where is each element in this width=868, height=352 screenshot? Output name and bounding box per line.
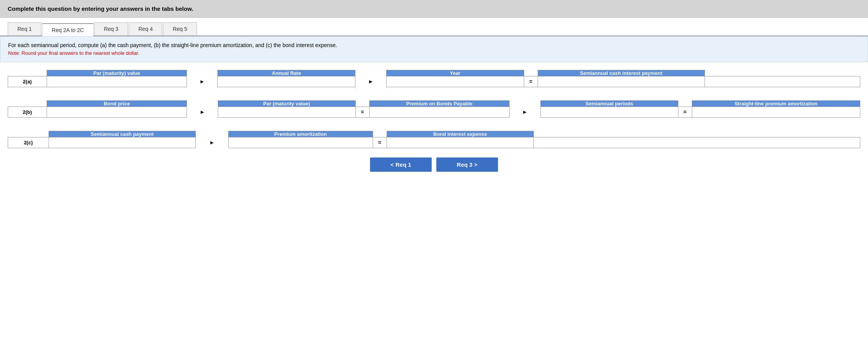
header-banner: Complete this question by entering your …	[0, 0, 868, 18]
semiannual-cash-2a-field[interactable]	[538, 76, 705, 87]
section-2b-table: Bond price Par (maturity value) Premium …	[8, 100, 860, 118]
header-semiannual-cash-2c: Semiannual cash payment	[49, 131, 195, 137]
tab-req4[interactable]: Req 4	[129, 22, 162, 36]
premium-bonds-2b-field[interactable]	[370, 107, 509, 117]
tab-req3[interactable]: Req 3	[94, 22, 128, 36]
par-maturity-2b-field[interactable]	[218, 107, 355, 117]
section-2c-table: Semiannual cash payment Premium amortiza…	[8, 131, 860, 148]
arrow-op-3: ►	[187, 107, 218, 117]
input-par-maturity-2a[interactable]	[47, 76, 187, 87]
header-semiannual-periods-2b: Semiannual periods	[540, 100, 678, 107]
header-annual-rate-2a: Annual Rate	[218, 70, 355, 76]
semiannual-periods-2b-field[interactable]	[541, 107, 678, 117]
equals-op-2b-1: =	[355, 107, 369, 117]
input-annual-rate-2a[interactable]	[218, 76, 355, 87]
row-label-2c: 2(c)	[8, 137, 49, 148]
row-label-2a: 2(a)	[8, 76, 47, 87]
input-par-maturity-2b[interactable]	[218, 107, 355, 117]
tab-req5[interactable]: Req 5	[163, 22, 197, 36]
equals-op-2b-2: =	[678, 107, 692, 117]
tab-req2a2c[interactable]: Req 2A to 2C	[42, 23, 93, 36]
straight-line-2b-field[interactable]	[692, 107, 860, 117]
header-par-maturity-2b: Par (maturity value)	[218, 100, 355, 107]
header-bond-interest-2c: Bond interest expense	[387, 131, 533, 137]
equals-op-2a: =	[524, 76, 538, 87]
bond-price-2b-field[interactable]	[47, 107, 187, 117]
header-year-2a: Year	[386, 70, 524, 76]
row-label-2b: 2(b)	[8, 107, 47, 117]
input-premium-bonds-2b[interactable]	[369, 107, 509, 117]
premium-amort-2c-field[interactable]	[229, 137, 373, 148]
instruction-box: For each semiannual period, compute (a) …	[0, 36, 868, 62]
instruction-text: For each semiannual period, compute (a) …	[8, 41, 860, 49]
arrow-op-2: ►	[355, 76, 387, 87]
input-premium-amort-2c[interactable]	[228, 137, 373, 148]
arrow-op-4: ►	[509, 107, 540, 117]
input-semiannual-cash-2a[interactable]	[538, 76, 705, 87]
header-straight-line-2b: Straight-line premium amortization	[692, 100, 860, 107]
next-button[interactable]: Req 3 >	[436, 157, 498, 172]
input-year-2a[interactable]	[386, 76, 524, 87]
section-2a-table: Par (maturity) value Annual Rate Year Se…	[8, 70, 860, 87]
arrow-op-5: ►	[196, 137, 229, 148]
input-semiannual-periods-2b[interactable]	[540, 107, 678, 117]
nav-buttons: < Req 1 Req 3 >	[8, 157, 860, 172]
header-bond-price-2b: Bond price	[47, 100, 187, 107]
prev-button[interactable]: < Req 1	[370, 157, 432, 172]
input-straight-line-2b[interactable]	[692, 107, 860, 117]
header-premium-amort-2c: Premium amortization	[228, 131, 373, 137]
content-area: Par (maturity) value Annual Rate Year Se…	[0, 62, 868, 179]
header-par-maturity-2a: Par (maturity) value	[47, 70, 187, 76]
tab-req1[interactable]: Req 1	[8, 22, 41, 36]
year-2a-field[interactable]	[387, 76, 524, 87]
semiannual-cash-2c-field[interactable]	[49, 137, 195, 148]
input-bond-interest-2c[interactable]	[387, 137, 533, 148]
par-maturity-2a-field[interactable]	[47, 76, 187, 87]
input-bond-price-2b[interactable]	[47, 107, 187, 117]
tabs-row: Req 1 Req 2A to 2C Req 3 Req 4 Req 5	[0, 18, 868, 36]
equals-op-2c: =	[373, 137, 387, 148]
header-semiannual-cash-2a: Semiannual cash interest payment	[538, 70, 705, 76]
arrow-op-1: ►	[187, 76, 218, 87]
bond-interest-2c-field[interactable]	[387, 137, 533, 148]
header-premium-bonds-2b: Premium on Bonds Payable	[369, 100, 509, 107]
instruction-note: Note: Round your final answers to the ne…	[8, 49, 860, 57]
input-semiannual-cash-2c[interactable]	[49, 137, 195, 148]
annual-rate-2a-field[interactable]	[218, 76, 355, 87]
